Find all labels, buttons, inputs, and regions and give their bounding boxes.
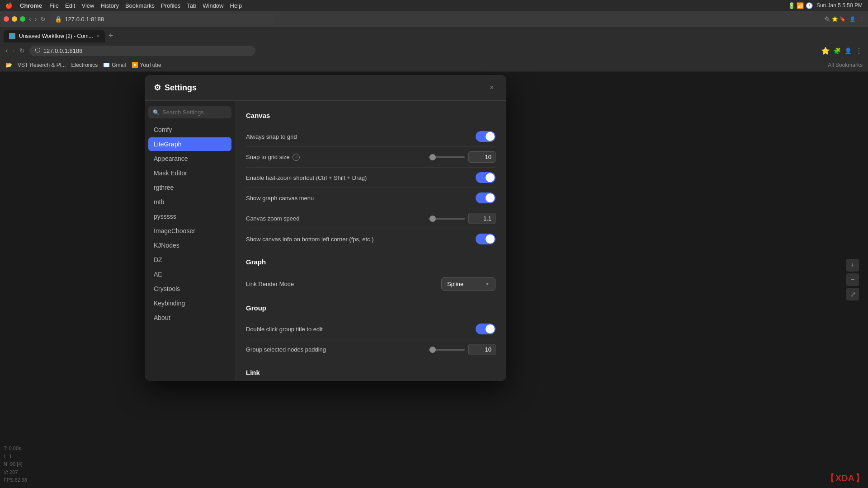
snap-size-thumb[interactable] — [429, 154, 436, 160]
snap-size-info-icon: i — [292, 154, 300, 161]
snap-size-label: Snap to grid size i — [246, 154, 300, 161]
menu-view[interactable]: View — [81, 2, 94, 9]
addr-back[interactable]: ‹ — [5, 47, 8, 55]
menu-edit[interactable]: Edit — [65, 2, 75, 9]
settings-modal: ⚙ Settings × 🔍 Comfy LiteGraph Appearanc… — [145, 75, 506, 381]
mac-time: Sun Jan 5 5:50 PM — [816, 2, 863, 9]
address-url-box[interactable]: 🛡 127.0.0.1:8188 — [29, 46, 255, 56]
mac-bar: 🍎 Chrome File Edit View History Bookmark… — [0, 0, 868, 11]
zoom-speed-thumb[interactable] — [429, 216, 436, 222]
sidebar-item-litegraph[interactable]: LiteGraph — [148, 137, 231, 151]
sidebar-item-comfy[interactable]: Comfy — [148, 123, 231, 136]
sidebar-item-keybinding[interactable]: Keybinding — [148, 296, 231, 310]
settings-close-btn[interactable]: × — [486, 82, 497, 93]
addr-forward[interactable]: › — [12, 47, 14, 55]
maximize-window-btn[interactable] — [20, 16, 25, 22]
all-bookmarks-link[interactable]: All Bookmarks — [828, 62, 863, 68]
settings-search-box[interactable]: 🔍 — [148, 106, 231, 118]
menu-file[interactable]: File — [49, 2, 59, 9]
tab-close-btn[interactable]: × — [97, 34, 99, 39]
workspace: Load Checkpoint ckpt_name SDXL10_Base/re… — [0, 71, 868, 488]
minimize-window-btn[interactable] — [12, 16, 17, 22]
more-menu-icon[interactable]: ⋮ — [855, 47, 863, 55]
group-padding-thumb[interactable] — [429, 347, 436, 353]
bookmark-vst[interactable]: VST Reserch & Pl... — [18, 62, 66, 68]
sidebar-item-appearance[interactable]: Appearance — [148, 152, 231, 165]
canvas-info-toggle[interactable] — [476, 234, 495, 244]
menu-bookmarks[interactable]: Bookmarks — [125, 2, 155, 9]
fast-zoom-toggle[interactable] — [476, 172, 495, 183]
nav-back[interactable]: ‹ — [29, 15, 31, 23]
new-tab-btn[interactable]: + — [105, 31, 117, 41]
menu-profiles[interactable]: Profiles — [161, 2, 180, 9]
sidebar-item-about[interactable]: About — [148, 311, 231, 324]
sidebar-item-ae[interactable]: AE — [148, 267, 231, 281]
settings-search-input[interactable] — [162, 109, 227, 116]
link-section: Link Link midpoint markers Circle ▼ — [246, 369, 495, 381]
sidebar-item-mask-editor[interactable]: Mask Editor — [148, 166, 231, 180]
link-section-title: Link — [246, 369, 495, 376]
bookmark-youtube[interactable]: ▶️ YouTube — [132, 62, 161, 68]
sidebar-item-mtb[interactable]: mtb — [148, 195, 231, 209]
active-tab[interactable]: 🌐 Unsaved Workflow (2) - Com... × — [4, 30, 105, 42]
snap-to-grid-toggle[interactable] — [476, 131, 495, 142]
mac-bar-right: 🔋 📶 🕐 Sun Jan 5 5:50 PM — [788, 2, 863, 9]
extension-btn[interactable]: 🧩 — [834, 47, 841, 54]
sidebar-item-kjnodes[interactable]: KJNodes — [148, 239, 231, 252]
menu-history[interactable]: History — [100, 2, 118, 9]
setting-snap-to-grid: Always snap to grid — [246, 127, 495, 147]
group-padding-slider[interactable] — [429, 349, 465, 351]
snap-size-slider[interactable] — [429, 156, 465, 158]
more-icon[interactable]: ⋮ — [859, 16, 864, 22]
fit-btn[interactable]: ⤢ — [846, 288, 859, 300]
group-padding-control — [429, 344, 495, 355]
profile-icon[interactable]: 👤 — [849, 16, 856, 22]
stat-fps: FPS:62.98 — [4, 476, 27, 484]
bookmark-star-icon[interactable]: ⭐ — [821, 47, 830, 55]
setting-fast-zoom: Enable fast-zoom shortcut (Ctrl + Shift … — [246, 168, 495, 188]
zoom-speed-label: Canvas zoom speed — [246, 215, 300, 222]
nav-refresh[interactable]: ↻ — [40, 15, 46, 23]
zoom-speed-input[interactable] — [468, 213, 495, 224]
menu-help[interactable]: Help — [230, 2, 242, 9]
menu-bar: File Edit View History Bookmarks Profile… — [49, 2, 242, 9]
nav-forward[interactable]: › — [35, 15, 37, 23]
sidebar-item-pysssss[interactable]: pysssss — [148, 210, 231, 223]
user-avatar[interactable]: 👤 — [844, 47, 852, 54]
canvas-menu-label: Show graph canvas menu — [246, 195, 314, 202]
setting-canvas-info: Show canvas info on bottom left corner (… — [246, 229, 495, 249]
zoom-speed-control — [429, 213, 495, 224]
sidebar-item-crystools[interactable]: Crystools — [148, 282, 231, 296]
mac-icons: 🔋 📶 🕐 — [788, 2, 813, 9]
setting-canvas-menu: Show graph canvas menu — [246, 188, 495, 208]
close-window-btn[interactable] — [4, 16, 9, 22]
sidebar-item-rgthree[interactable]: rgthree — [148, 181, 231, 194]
bookmark-gmail[interactable]: ✉️ Gmail — [103, 62, 126, 68]
xda-bracket-left: 【 — [826, 472, 835, 484]
menu-window[interactable]: Window — [203, 2, 223, 9]
dbl-click-group-toggle[interactable] — [476, 324, 495, 334]
traffic-lights — [4, 16, 25, 22]
stat-n: N: 90 [4] — [4, 460, 27, 469]
setting-zoom-speed: Canvas zoom speed — [246, 208, 495, 229]
link-render-label: Link Render Mode — [246, 281, 294, 287]
settings-header: ⚙ Settings × — [145, 75, 506, 101]
zoom-speed-slider[interactable] — [429, 218, 465, 220]
canvas-section-title: Canvas — [246, 112, 495, 119]
zoom-out-btn[interactable]: − — [846, 273, 859, 286]
settings-body: 🔍 Comfy LiteGraph Appearance Mask Editor… — [145, 101, 506, 381]
sidebar-item-imagechooser[interactable]: ImageChooser — [148, 224, 231, 238]
bookmark-electronics[interactable]: Electronics — [71, 62, 98, 68]
url-bar[interactable]: 🔒 127.0.0.1:8188 — [49, 14, 275, 24]
snap-size-input[interactable] — [468, 151, 495, 163]
apple-icon: 🍎 — [5, 2, 13, 9]
group-padding-input[interactable] — [468, 344, 495, 355]
link-render-select[interactable]: Spline ▼ — [441, 277, 495, 291]
group-section: Group Double click group title to edit G… — [246, 304, 495, 360]
url-text: 127.0.0.1:8188 — [65, 16, 104, 23]
zoom-in-btn[interactable]: + — [846, 259, 859, 272]
canvas-menu-toggle[interactable] — [476, 192, 495, 203]
menu-tab[interactable]: Tab — [187, 2, 196, 9]
sidebar-item-dz[interactable]: DZ — [148, 253, 231, 267]
addr-refresh[interactable]: ↻ — [19, 47, 25, 54]
